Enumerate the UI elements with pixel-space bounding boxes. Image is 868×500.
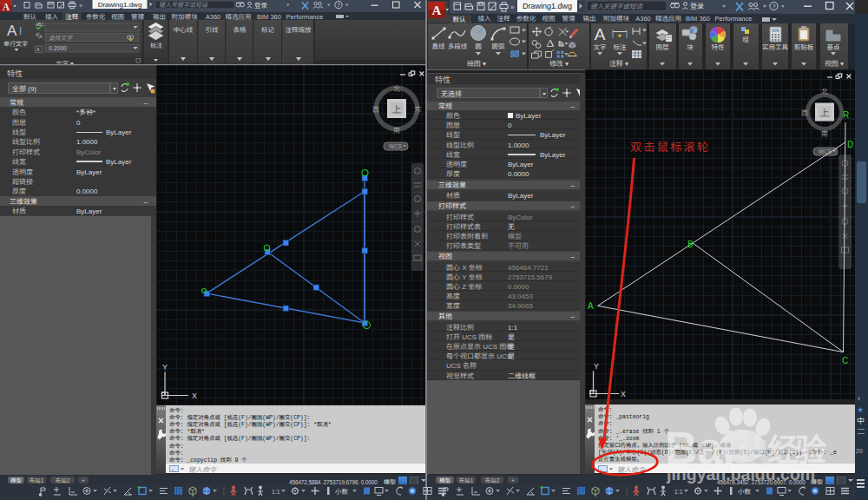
svg-text:1:1: 1:1 [674,489,683,495]
svg-text:小数: 小数 [335,486,348,496]
svg-text:jingyan.baidu.com: jingyan.baidu.com [666,464,815,484]
svg-text:经验: 经验 [767,424,826,470]
svg-text:双击鼠标滚轮: 双击鼠标滚轮 [630,138,710,155]
svg-text:1:1: 1:1 [272,489,280,495]
svg-text:小数: 小数 [738,486,751,496]
